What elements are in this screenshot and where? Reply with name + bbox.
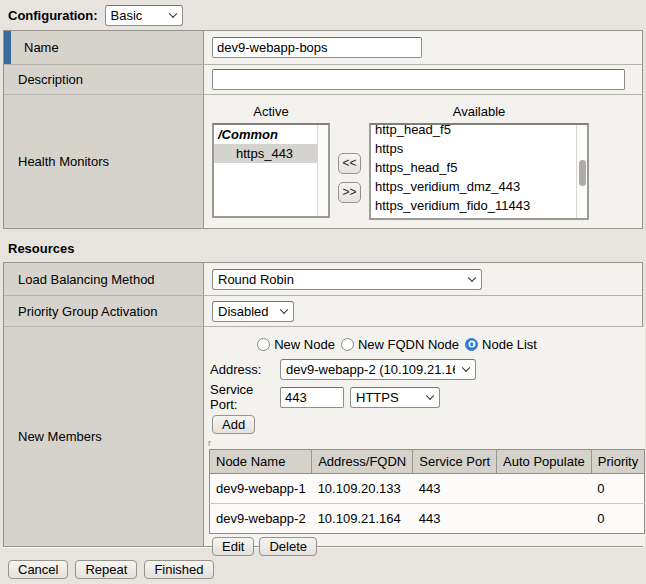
- service-port-input[interactable]: [280, 387, 344, 408]
- repeat-button[interactable]: Repeat: [75, 560, 137, 579]
- new-members-label: New Members: [18, 429, 102, 444]
- resources-table: Load Balancing Method Round Robin Priori…: [3, 262, 643, 547]
- active-monitors-listbox[interactable]: /Common https_443: [212, 123, 330, 218]
- name-row: Name: [4, 31, 642, 65]
- radio-option-node-list[interactable]: Node List: [465, 337, 537, 352]
- footer-buttons: Cancel Repeat Finished: [8, 560, 646, 579]
- new-members-table: Node Name Address/FQDN Service Port Auto…: [209, 449, 645, 534]
- description-label: Description: [18, 72, 83, 87]
- move-to-available-button[interactable]: >>: [338, 182, 361, 203]
- service-port-line: Service Port: HTTPS: [210, 386, 645, 408]
- available-monitor-item[interactable]: https: [371, 139, 587, 158]
- load-balancing-value-cell: Round Robin: [204, 263, 642, 295]
- description-input[interactable]: [212, 69, 625, 90]
- resources-section-title: Resources: [0, 229, 646, 262]
- member-auto-populate: [497, 504, 592, 534]
- member-priority: 0: [591, 474, 644, 504]
- available-monitor-item[interactable]: http_head_f5: [371, 123, 587, 139]
- member-node-name: dev9-webapp-1: [210, 474, 312, 504]
- radio-selected-icon[interactable]: [465, 338, 478, 351]
- active-caption: Active: [212, 103, 330, 123]
- service-port-label: Service Port:: [210, 382, 280, 412]
- member-row[interactable]: dev9-webapp-1 10.109.20.133 443 0: [210, 474, 645, 504]
- description-label-cell: Description: [4, 65, 204, 94]
- new-members-row: New Members New Node New FQDN Node Node …: [4, 327, 642, 546]
- available-monitors-listbox[interactable]: http_head_f5 https https_head_f5 https_v…: [369, 123, 589, 220]
- configuration-bar: Configuration: Basic: [0, 0, 646, 30]
- member-service-port: 443: [413, 474, 497, 504]
- radio-option-new-node[interactable]: New Node: [257, 337, 335, 352]
- col-header-node-name: Node Name: [210, 450, 312, 474]
- new-members-header-row: Node Name Address/FQDN Service Port Auto…: [210, 450, 645, 474]
- node-type-radio-group: New Node New FQDN Node Node List: [204, 336, 590, 352]
- service-select[interactable]: HTTPS: [350, 387, 440, 408]
- new-members-label-cell: New Members: [4, 327, 204, 546]
- name-input[interactable]: [212, 37, 422, 58]
- available-monitor-item[interactable]: https_veridium_dmz_443: [371, 177, 587, 196]
- address-select[interactable]: dev9-webapp-2 (10.109.21.164): [280, 359, 476, 380]
- member-service-port: 443: [413, 504, 497, 534]
- service-select-wrap: HTTPS: [350, 387, 440, 408]
- member-auto-populate: [497, 474, 592, 504]
- member-row[interactable]: dev9-webapp-2 10.109.21.164 443 0: [210, 504, 645, 534]
- address-select-wrap: dev9-webapp-2 (10.109.21.164): [280, 359, 476, 380]
- priority-group-label-cell: Priority Group Activation: [4, 296, 204, 326]
- health-monitors-row: Health Monitors Active /Common https_443…: [4, 95, 642, 228]
- name-label-cell: Name: [4, 31, 204, 64]
- available-monitor-item[interactable]: https_head_f5: [371, 158, 587, 177]
- available-scrollbar-thumb[interactable]: [579, 160, 586, 186]
- priority-group-select[interactable]: Disabled: [212, 301, 294, 322]
- configuration-label: Configuration:: [8, 8, 98, 23]
- available-monitor-item[interactable]: https_veridium_fido_11443: [371, 196, 587, 215]
- name-label: Name: [24, 40, 59, 55]
- member-address: 10.109.20.133: [312, 474, 413, 504]
- col-header-address-fqdn: Address/FQDN: [312, 450, 413, 474]
- col-header-priority: Priority: [591, 450, 644, 474]
- priority-group-value-cell: Disabled: [204, 296, 642, 326]
- radio-label: Node List: [482, 337, 537, 352]
- required-indicator: [4, 31, 11, 64]
- description-row: Description: [4, 65, 642, 95]
- available-items-list: http_head_f5 https https_head_f5 https_v…: [371, 123, 587, 220]
- delete-button[interactable]: Delete: [259, 537, 317, 556]
- member-table-buttons: Edit Delete: [212, 537, 645, 556]
- broken-image-artifact: r: [208, 439, 645, 449]
- radio-label: New FQDN Node: [358, 337, 459, 352]
- move-to-active-button[interactable]: <<: [338, 153, 361, 174]
- load-balancing-label-cell: Load Balancing Method: [4, 263, 204, 295]
- health-monitors-label: Health Monitors: [18, 154, 109, 169]
- configuration-select[interactable]: Basic: [105, 5, 183, 26]
- load-balancing-select-wrap: Round Robin: [212, 269, 482, 290]
- new-members-value-cell: New Node New FQDN Node Node List Address…: [204, 327, 645, 546]
- active-monitor-item[interactable]: https_443: [214, 144, 328, 163]
- priority-group-select-wrap: Disabled: [212, 301, 294, 322]
- available-scrollbar[interactable]: [576, 125, 587, 218]
- active-partition-group: /Common: [214, 125, 328, 144]
- name-value-cell: [204, 31, 642, 64]
- description-value-cell: [204, 65, 642, 94]
- radio-icon[interactable]: [257, 338, 270, 351]
- load-balancing-select[interactable]: Round Robin: [212, 269, 482, 290]
- available-caption: Available: [369, 103, 589, 123]
- address-line: Address: dev9-webapp-2 (10.109.21.164): [210, 358, 645, 380]
- member-priority: 0: [591, 504, 644, 534]
- active-scrollbar[interactable]: [317, 125, 328, 216]
- radio-option-new-fqdn-node[interactable]: New FQDN Node: [341, 337, 459, 352]
- edit-button[interactable]: Edit: [212, 537, 254, 556]
- general-properties-table: Name Description Health Monitors: [3, 30, 643, 229]
- address-label: Address:: [210, 362, 280, 377]
- priority-group-row: Priority Group Activation Disabled: [4, 296, 642, 327]
- add-button[interactable]: Add: [212, 415, 255, 434]
- load-balancing-row: Load Balancing Method Round Robin: [4, 263, 642, 296]
- available-monitor-item[interactable]: https_veridium_idp_9944: [371, 215, 587, 220]
- available-monitors-column: Available http_head_f5 https https_head_…: [369, 103, 589, 228]
- radio-icon[interactable]: [341, 338, 354, 351]
- load-balancing-label: Load Balancing Method: [18, 272, 155, 287]
- member-node-name: dev9-webapp-2: [210, 504, 312, 534]
- cancel-button[interactable]: Cancel: [8, 560, 68, 579]
- finished-button[interactable]: Finished: [144, 560, 213, 579]
- active-monitors-column: Active /Common https_443: [212, 103, 330, 228]
- pool-configuration-page: Configuration: Basic Name Description: [0, 0, 646, 584]
- health-monitors-value-cell: Active /Common https_443 << >> Available: [204, 95, 642, 228]
- configuration-select-wrap: Basic: [105, 5, 183, 26]
